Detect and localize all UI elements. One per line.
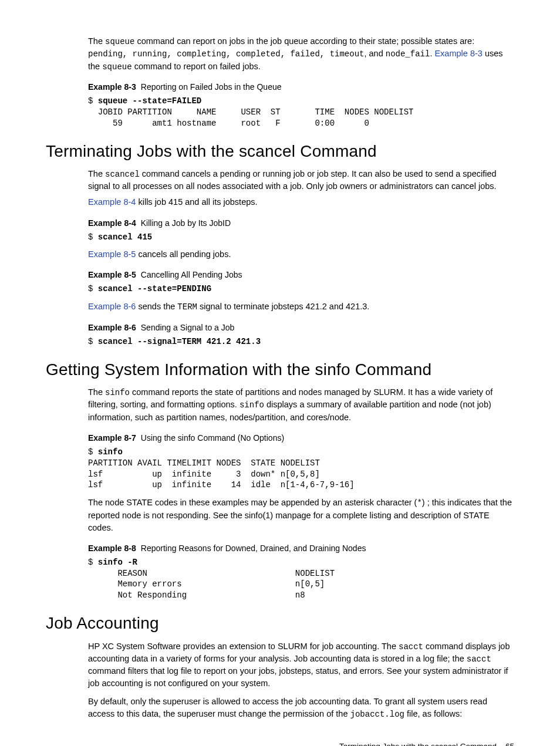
text: command can report on jobs in the job qu… — [134, 36, 474, 46]
example-number: Example 8-8 — [88, 544, 136, 553]
text: HP XC System Software provides an extens… — [88, 642, 399, 651]
code-inline: * — [417, 498, 421, 508]
example-number: Example 8-4 — [88, 218, 136, 228]
example-8-4-label: Example 8-4 Killing a Job by Its JobID — [88, 217, 514, 229]
code-inline: sinfo — [105, 388, 130, 397]
example-caption: Reporting on Failed Jobs in the Queue — [141, 82, 282, 92]
example-8-3-code: $ squeue --state=FAILED JOBID PARTITION … — [88, 96, 514, 129]
footer-title: Terminating Jobs with the scancel Comman… — [339, 742, 497, 746]
text: , and — [364, 49, 385, 58]
example-8-5-code: $ scancel --state=PENDING — [88, 283, 514, 295]
example-link[interactable]: Example 8-4 — [88, 197, 136, 207]
jobacct-paragraph-1: HP XC System Software provides an extens… — [88, 640, 514, 690]
example-caption: Cancelling All Pending Jobs — [141, 270, 242, 279]
example-8-3-label: Example 8-3 Reporting on Failed Jobs in … — [88, 81, 514, 93]
text: command cancels a pending or running job… — [88, 169, 497, 191]
example-8-4-code: $ scancel 415 — [88, 232, 514, 243]
code-inline: sinfo — [239, 400, 264, 410]
sinfo-note: The node STATE codes in these examples m… — [88, 497, 514, 534]
example-8-8-label: Example 8-8 Reporting Reasons for Downed… — [88, 542, 514, 555]
example-link[interactable]: Example 8-5 — [88, 249, 136, 259]
text: command to report on failed jobs. — [132, 62, 261, 71]
example-caption: Killing a Job by Its JobID — [141, 218, 231, 228]
text: command filters that log file to report … — [88, 666, 508, 688]
text: file, as follows: — [404, 709, 462, 718]
text: The — [88, 36, 105, 46]
text: The node STATE codes in these examples m… — [88, 498, 417, 507]
example-number: Example 8-6 — [88, 323, 136, 332]
example-caption: Using the sinfo Command (No Options) — [141, 433, 284, 443]
code-inline: squeue — [105, 37, 134, 46]
example-8-8-code: $ sinfo -R REASON NODELIST Memory errors… — [88, 557, 514, 602]
example-8-7-label: Example 8-7 Using the sinfo Command (No … — [88, 432, 514, 444]
text: The — [88, 387, 105, 397]
code-inline: node_fail — [386, 49, 430, 59]
page-number: 65 — [505, 742, 514, 746]
page-footer: Terminating Jobs with the scancel Comman… — [46, 741, 514, 746]
example-number: Example 8-7 — [88, 433, 136, 443]
text: kills job 415 and all its jobsteps. — [136, 197, 257, 207]
scancel-paragraph-2: Example 8-4 kills job 415 and all its jo… — [88, 196, 514, 208]
code-inline: TERM — [177, 302, 197, 312]
example-8-6-label: Example 8-6 Sending a Signal to a Job — [88, 322, 514, 334]
example-8-7-code: $ sinfo PARTITION AVAIL TIMELIMIT NODES … — [88, 447, 514, 491]
text: signal to terminate jobsteps 421.2 and 4… — [197, 302, 369, 311]
heading-job-accounting: Job Accounting — [46, 612, 514, 636]
text: sends the — [136, 302, 177, 311]
jobacct-paragraph-2: By default, only the superuser is allowe… — [88, 696, 514, 720]
code-inline: jobacct.log — [350, 710, 404, 719]
example-number: Example 8-5 — [88, 270, 136, 279]
p-8-6: Example 8-6 sends the TERM signal to ter… — [88, 301, 514, 313]
example-caption: Sending a Signal to a Job — [141, 323, 235, 332]
example-caption: Reporting Reasons for Downed, Drained, a… — [141, 544, 366, 553]
example-8-5-label: Example 8-5 Cancelling All Pending Jobs — [88, 269, 514, 281]
code-inline: sacct — [467, 654, 491, 664]
text: The — [88, 169, 105, 178]
scancel-paragraph-1: The scancel command cancels a pending or… — [88, 168, 514, 193]
code-inline: scancel — [105, 170, 140, 179]
example-link[interactable]: Example 8-3 — [434, 49, 482, 58]
heading-terminating-jobs: Terminating Jobs with the scancel Comman… — [46, 140, 514, 164]
intro-paragraph: The squeue command can report on jobs in… — [88, 35, 514, 73]
code-inline: squeue — [102, 62, 131, 72]
example-link[interactable]: Example 8-6 — [88, 302, 136, 311]
example-number: Example 8-3 — [88, 82, 136, 92]
p-8-5: Example 8-5 cancels all pending jobs. — [88, 248, 514, 261]
code-inline: pending, running, completing, completed,… — [88, 49, 364, 59]
text: cancels all pending jobs. — [136, 249, 231, 259]
sinfo-paragraph: The sinfo command reports the state of p… — [88, 386, 514, 424]
example-8-6-code: $ scancel --signal=TERM 421.2 421.3 — [88, 336, 514, 347]
code-inline: sacct — [399, 642, 423, 652]
heading-sinfo: Getting System Information with the sinf… — [46, 358, 514, 382]
